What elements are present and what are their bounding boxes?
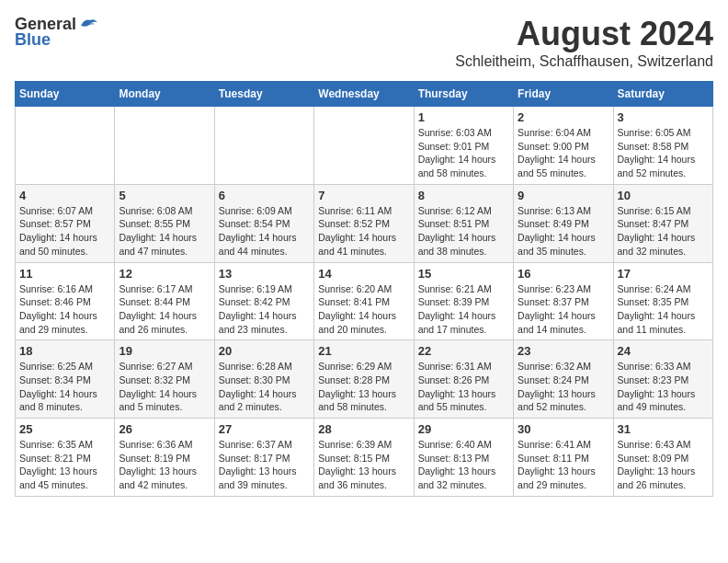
calendar-cell: 21Sunrise: 6:29 AMSunset: 8:28 PMDayligh… — [314, 340, 414, 419]
day-number: 12 — [119, 267, 210, 281]
calendar-week-row: 18Sunrise: 6:25 AMSunset: 8:34 PMDayligh… — [16, 340, 713, 419]
day-number: 5 — [119, 189, 210, 202]
calendar-cell: 10Sunrise: 6:15 AMSunset: 8:47 PMDayligh… — [613, 184, 712, 262]
calendar-cell — [115, 107, 214, 185]
day-number: 10 — [618, 189, 709, 202]
day-info: Sunrise: 6:33 AMSunset: 8:23 PMDaylight:… — [618, 360, 709, 414]
day-number: 14 — [318, 267, 409, 281]
day-number: 22 — [418, 344, 509, 358]
day-number: 17 — [618, 267, 709, 281]
calendar-cell: 7Sunrise: 6:11 AMSunset: 8:52 PMDaylight… — [314, 184, 414, 262]
day-number: 28 — [318, 422, 409, 436]
day-info: Sunrise: 6:32 AMSunset: 8:24 PMDaylight:… — [518, 360, 609, 414]
day-number: 26 — [119, 422, 210, 436]
day-info: Sunrise: 6:27 AMSunset: 8:32 PMDaylight:… — [119, 360, 210, 414]
calendar-cell: 6Sunrise: 6:09 AMSunset: 8:54 PMDaylight… — [214, 184, 313, 262]
calendar-cell: 25Sunrise: 6:35 AMSunset: 8:21 PMDayligh… — [16, 419, 115, 497]
calendar-week-row: 4Sunrise: 6:07 AMSunset: 8:57 PMDaylight… — [16, 184, 713, 262]
month-year-title: August 2024 — [455, 15, 713, 53]
calendar-cell: 9Sunrise: 6:13 AMSunset: 8:49 PMDaylight… — [514, 184, 613, 262]
calendar-cell: 22Sunrise: 6:31 AMSunset: 8:26 PMDayligh… — [414, 340, 513, 419]
calendar-cell: 14Sunrise: 6:20 AMSunset: 8:41 PMDayligh… — [314, 262, 414, 340]
day-info: Sunrise: 6:23 AMSunset: 8:37 PMDaylight:… — [518, 282, 609, 337]
calendar-cell: 20Sunrise: 6:28 AMSunset: 8:30 PMDayligh… — [214, 340, 313, 419]
calendar-cell: 28Sunrise: 6:39 AMSunset: 8:15 PMDayligh… — [314, 419, 414, 497]
logo-bird-icon — [79, 17, 99, 31]
day-info: Sunrise: 6:21 AMSunset: 8:39 PMDaylight:… — [418, 282, 509, 337]
logo: General Blue — [15, 15, 99, 50]
day-number: 15 — [418, 267, 509, 281]
day-info: Sunrise: 6:07 AMSunset: 8:57 PMDaylight:… — [19, 204, 110, 259]
day-info: Sunrise: 6:03 AMSunset: 9:01 PMDaylight:… — [418, 126, 509, 180]
calendar-cell: 18Sunrise: 6:25 AMSunset: 8:34 PMDayligh… — [16, 340, 115, 419]
calendar-cell: 1Sunrise: 6:03 AMSunset: 9:01 PMDaylight… — [414, 107, 513, 185]
day-number: 23 — [518, 344, 609, 358]
day-number: 18 — [19, 344, 110, 358]
day-number: 3 — [618, 110, 709, 124]
column-header-saturday: Saturday — [613, 82, 712, 107]
calendar-cell: 26Sunrise: 6:36 AMSunset: 8:19 PMDayligh… — [115, 419, 214, 497]
column-header-thursday: Thursday — [414, 82, 513, 107]
column-header-wednesday: Wednesday — [314, 82, 414, 107]
logo-blue-text: Blue — [15, 30, 51, 50]
calendar-cell: 8Sunrise: 6:12 AMSunset: 8:51 PMDaylight… — [414, 184, 513, 262]
calendar-cell: 27Sunrise: 6:37 AMSunset: 8:17 PMDayligh… — [214, 419, 313, 497]
day-info: Sunrise: 6:36 AMSunset: 8:19 PMDaylight:… — [119, 438, 210, 492]
calendar-cell: 29Sunrise: 6:40 AMSunset: 8:13 PMDayligh… — [414, 419, 513, 497]
day-number: 11 — [19, 267, 110, 281]
calendar-cell: 30Sunrise: 6:41 AMSunset: 8:11 PMDayligh… — [514, 419, 613, 497]
day-info: Sunrise: 6:25 AMSunset: 8:34 PMDaylight:… — [19, 360, 110, 414]
column-header-friday: Friday — [514, 82, 613, 107]
calendar-cell: 5Sunrise: 6:08 AMSunset: 8:55 PMDaylight… — [115, 184, 214, 262]
calendar-cell: 19Sunrise: 6:27 AMSunset: 8:32 PMDayligh… — [115, 340, 214, 419]
day-number: 9 — [518, 189, 609, 202]
day-info: Sunrise: 6:08 AMSunset: 8:55 PMDaylight:… — [119, 204, 210, 259]
calendar-cell — [16, 107, 115, 185]
day-number: 7 — [318, 189, 409, 202]
day-number: 24 — [618, 344, 709, 358]
day-info: Sunrise: 6:35 AMSunset: 8:21 PMDaylight:… — [19, 438, 110, 492]
calendar-week-row: 25Sunrise: 6:35 AMSunset: 8:21 PMDayligh… — [16, 419, 713, 497]
day-info: Sunrise: 6:39 AMSunset: 8:15 PMDaylight:… — [318, 438, 409, 492]
day-info: Sunrise: 6:28 AMSunset: 8:30 PMDaylight:… — [219, 360, 310, 414]
day-number: 2 — [518, 110, 609, 124]
day-info: Sunrise: 6:13 AMSunset: 8:49 PMDaylight:… — [518, 204, 609, 259]
day-info: Sunrise: 6:12 AMSunset: 8:51 PMDaylight:… — [418, 204, 509, 259]
calendar-cell: 16Sunrise: 6:23 AMSunset: 8:37 PMDayligh… — [514, 262, 613, 340]
calendar-cell: 11Sunrise: 6:16 AMSunset: 8:46 PMDayligh… — [16, 262, 115, 340]
day-info: Sunrise: 6:41 AMSunset: 8:11 PMDaylight:… — [518, 438, 609, 492]
calendar-header-row: SundayMondayTuesdayWednesdayThursdayFrid… — [16, 82, 713, 107]
day-info: Sunrise: 6:20 AMSunset: 8:41 PMDaylight:… — [318, 282, 409, 337]
location-subtitle: Schleitheim, Schaffhausen, Switzerland — [455, 53, 713, 70]
calendar-cell: 3Sunrise: 6:05 AMSunset: 8:58 PMDaylight… — [613, 107, 712, 185]
calendar-cell: 13Sunrise: 6:19 AMSunset: 8:42 PMDayligh… — [214, 262, 313, 340]
day-number: 20 — [219, 344, 310, 358]
day-info: Sunrise: 6:16 AMSunset: 8:46 PMDaylight:… — [19, 282, 110, 337]
calendar-cell: 15Sunrise: 6:21 AMSunset: 8:39 PMDayligh… — [414, 262, 513, 340]
day-info: Sunrise: 6:15 AMSunset: 8:47 PMDaylight:… — [618, 204, 709, 259]
day-number: 1 — [418, 110, 509, 124]
page-header: General Blue August 2024 Schleitheim, Sc… — [15, 15, 713, 70]
day-info: Sunrise: 6:19 AMSunset: 8:42 PMDaylight:… — [219, 282, 310, 337]
day-number: 4 — [19, 189, 110, 202]
column-header-sunday: Sunday — [16, 82, 115, 107]
calendar-week-row: 1Sunrise: 6:03 AMSunset: 9:01 PMDaylight… — [16, 107, 713, 185]
calendar-table: SundayMondayTuesdayWednesdayThursdayFrid… — [15, 81, 713, 497]
day-number: 25 — [19, 422, 110, 436]
day-number: 31 — [618, 422, 709, 436]
day-info: Sunrise: 6:24 AMSunset: 8:35 PMDaylight:… — [618, 282, 709, 337]
day-info: Sunrise: 6:05 AMSunset: 8:58 PMDaylight:… — [618, 126, 709, 180]
day-info: Sunrise: 6:29 AMSunset: 8:28 PMDaylight:… — [318, 360, 409, 414]
calendar-cell — [214, 107, 313, 185]
day-info: Sunrise: 6:04 AMSunset: 9:00 PMDaylight:… — [518, 126, 609, 180]
day-number: 29 — [418, 422, 509, 436]
calendar-cell: 2Sunrise: 6:04 AMSunset: 9:00 PMDaylight… — [514, 107, 613, 185]
day-number: 16 — [518, 267, 609, 281]
calendar-cell: 23Sunrise: 6:32 AMSunset: 8:24 PMDayligh… — [514, 340, 613, 419]
day-info: Sunrise: 6:43 AMSunset: 8:09 PMDaylight:… — [618, 438, 709, 492]
day-info: Sunrise: 6:37 AMSunset: 8:17 PMDaylight:… — [219, 438, 310, 492]
calendar-cell: 31Sunrise: 6:43 AMSunset: 8:09 PMDayligh… — [613, 419, 712, 497]
day-info: Sunrise: 6:11 AMSunset: 8:52 PMDaylight:… — [318, 204, 409, 259]
day-number: 6 — [219, 189, 310, 202]
day-info: Sunrise: 6:40 AMSunset: 8:13 PMDaylight:… — [418, 438, 509, 492]
